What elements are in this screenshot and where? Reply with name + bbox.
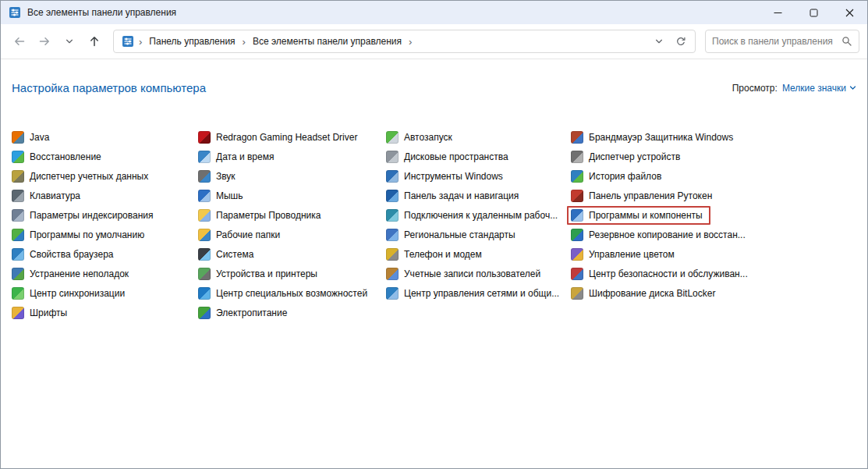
item-label: Дисковые пространства [404,151,508,162]
maximize-icon [810,9,818,17]
chevron-down-icon [654,37,664,46]
main-content: Настройка параметров компьютера Просмотр… [1,59,867,468]
control-panel-item-link[interactable]: Центр специальных возможностей [194,284,375,303]
control-panel-item-link[interactable]: Устройства и принтеры [194,265,325,283]
close-button[interactable] [831,1,867,24]
control-panel-item-link[interactable]: Резервное копирование и восстан... [567,226,753,244]
fonts-icon [12,307,24,319]
control-panel-item-link[interactable]: Диспетчер учетных данных [8,167,156,186]
control-panel-item-link[interactable]: Рабочие папки [194,226,288,244]
control-panel-item: Диспетчер устройств [571,147,856,166]
sync-center-icon [12,287,24,300]
internet-options-icon [12,248,24,261]
control-panel-item-link[interactable]: Автозапуск [382,128,460,147]
recent-locations-button[interactable] [58,30,80,52]
breadcrumb-separator: › [407,36,413,48]
control-panel-item-link[interactable]: Инструменты Windows [382,167,511,186]
refresh-button[interactable] [670,30,692,52]
caption-buttons [760,1,867,24]
control-panel-item: Автозапуск [386,127,571,147]
control-panel-item-link[interactable]: Java [8,128,57,147]
up-arrow-icon [88,35,101,48]
control-panel-item-link[interactable]: История файлов [567,167,669,186]
remote-desktop-connections-icon [386,209,399,222]
control-panel-item-link[interactable]: Восстановление [8,147,109,166]
search-input[interactable] [712,36,841,47]
control-panel-item: Шифрование диска BitLocker [571,283,856,303]
control-panel-item-link[interactable]: Устранение неполадок [8,265,136,283]
items-column: Брандмауэр Защитника WindowsДиспетчер ус… [571,127,856,303]
item-label: Учетные записи пользователей [404,268,540,279]
item-label: Автозапуск [404,132,452,143]
view-dropdown[interactable]: Мелкие значки [782,83,856,94]
control-panel-item-link[interactable]: Параметры Проводника [194,206,328,225]
control-panel-item-link[interactable]: Клавиатура [8,187,88,205]
security-and-maintenance-icon [571,268,583,280]
control-panel-item: Панель управления Рутокен [571,186,856,205]
autoplay-icon [386,131,399,144]
item-label: Программы по умолчанию [30,229,144,240]
control-panel-item: Шрифты [12,303,198,322]
items-column: Redragon Gaming Headset DriverДата и вре… [198,127,386,322]
control-panel-item: Java [12,127,198,147]
forward-button[interactable] [34,30,55,52]
taskbar-navigation-icon [386,190,399,202]
address-bar[interactable]: › Панель управления › Все элементы панел… [113,30,696,53]
control-panel-item-link[interactable]: Свойства браузера [8,245,122,264]
control-panel-item-link[interactable]: Панель управления Рутокен [567,187,720,205]
control-panel-item: Центр управления сетями и общи... [386,283,571,303]
control-panel-item-link[interactable]: Центр управления сетями и общи... [382,284,567,303]
back-button[interactable] [9,30,30,52]
control-panel-item-link[interactable]: Дисковые пространства [382,147,516,166]
search-icon [841,36,852,47]
power-options-icon [198,307,211,319]
redragon-driver-icon [198,131,211,144]
control-panel-item-link[interactable]: Параметры индексирования [8,206,161,225]
control-panel-item-link[interactable]: Телефон и модем [382,245,490,264]
control-panel-item-link[interactable]: Панель задач и навигация [382,187,526,205]
item-label: Подключения к удаленным рабоч... [404,210,558,221]
control-panel-item: Учетные записи пользователей [386,264,571,283]
control-panel-item-link[interactable]: Управление цветом [567,245,682,264]
minimize-button[interactable] [760,1,795,24]
control-panel-item-link[interactable]: Система [194,245,261,264]
control-panel-item-link[interactable]: Центр безопасности и обслуживан... [567,265,756,283]
view-value: Мелкие значки [782,83,846,94]
window-title: Все элементы панели управления [27,7,760,18]
bitlocker-icon [571,287,583,300]
control-panel-item: Электропитание [198,303,386,322]
control-panel-item-link[interactable]: Диспетчер устройств [567,147,688,166]
breadcrumb-item-control-panel[interactable]: Панель управления [143,33,240,50]
control-panel-item-link[interactable]: Региональные стандарты [382,226,523,244]
control-panel-item-link[interactable]: Мышь [194,187,251,205]
page-title: Настройка параметров компьютера [12,81,206,94]
sound-icon [198,170,211,183]
address-dropdown-button[interactable] [648,30,670,52]
windows-tools-icon [386,170,399,183]
control-panel-item-link[interactable]: Учетные записи пользователей [382,265,548,283]
control-panel-item-link[interactable]: Звук [194,167,243,186]
up-button[interactable] [83,30,105,52]
control-panel-item: Мышь [198,186,386,205]
control-panel-item-link[interactable]: Программы и компоненты [567,206,710,225]
control-panel-item-link[interactable]: Подключения к удаленным рабоч... [382,206,565,225]
breadcrumb-separator: › [241,36,247,48]
control-panel-item: Региональные стандарты [386,225,571,244]
device-manager-icon [571,151,583,163]
breadcrumb-item-all-items[interactable]: Все элементы панели управления [247,33,407,50]
control-panel-item-link[interactable]: Дата и время [194,147,282,166]
control-panel-item: Параметры индексирования [12,205,198,225]
item-label: Redragon Gaming Headset Driver [216,132,357,143]
system-icon [198,248,211,261]
control-panel-item-link[interactable]: Центр синхронизации [8,284,133,303]
control-panel-item-link[interactable]: Шрифты [8,304,75,322]
control-panel-item-link[interactable]: Redragon Gaming Headset Driver [194,128,365,147]
control-panel-item: История файлов [571,166,856,186]
control-panel-item-link[interactable]: Брандмауэр Защитника Windows [567,128,741,147]
chevron-down-icon [849,84,856,91]
maximize-button[interactable] [795,1,831,24]
control-panel-item-link[interactable]: Электропитание [194,304,295,322]
control-panel-item-link[interactable]: Программы по умолчанию [8,226,152,244]
control-panel-item-link[interactable]: Шифрование диска BitLocker [567,284,723,303]
items-column: АвтозапускДисковые пространстваИнструмен… [386,127,571,303]
